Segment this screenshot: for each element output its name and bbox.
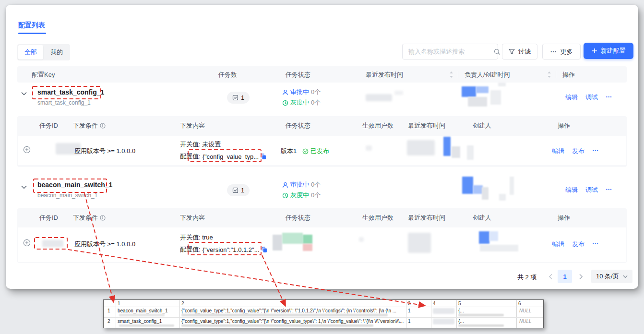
task-count-badge: 1 — [227, 92, 250, 104]
user-icon — [282, 89, 288, 95]
redacted-publish-time — [366, 94, 392, 101]
page-size-value: 10 条/页 — [596, 272, 619, 281]
sort-icon[interactable] — [449, 72, 453, 78]
db-cell-name: smart_task_config_1 — [118, 319, 178, 324]
publish-link[interactable]: 发布 — [572, 240, 584, 249]
filter-button[interactable]: 过滤 — [502, 44, 537, 60]
more-actions-link[interactable]: ⋯ — [592, 147, 599, 155]
check-circle-icon — [302, 148, 309, 155]
row-actions: 编辑 调试 ⋯ — [565, 93, 612, 102]
status-graying: 灰度中 0个 — [282, 191, 321, 200]
sort-icon[interactable] — [547, 72, 551, 78]
db-col-header: 1 — [118, 301, 120, 306]
prev-icon[interactable] — [549, 274, 553, 280]
avatar — [460, 82, 513, 107]
ellipsis-icon: ⋯ — [550, 48, 557, 55]
col-task-status: 任务状态 — [286, 71, 310, 79]
redacted-db-cell — [433, 319, 454, 324]
status-approving: 审批中 0个 — [282, 180, 321, 189]
search-icon[interactable] — [494, 48, 501, 55]
publish-link[interactable]: 发布 — [572, 147, 584, 155]
redacted-text — [394, 91, 403, 95]
page-number[interactable]: 1 — [558, 270, 572, 283]
status-graying-count: 0个 — [311, 98, 321, 107]
config-value-text: {"version":"1.0.1.2"... — [203, 246, 260, 253]
config-subkey: smart_task_config_1 — [37, 99, 91, 106]
subcol-publish-time: 最近发布时间 — [408, 214, 445, 222]
subcol-creator: 创建人 — [473, 214, 491, 222]
config-key[interactable]: smart_task_config_1 — [37, 88, 104, 96]
more-actions-link[interactable]: ⋯ — [592, 240, 599, 249]
edit-link[interactable]: 编辑 — [552, 240, 564, 249]
header-divider — [556, 71, 556, 78]
db-row-number: 1 — [107, 308, 110, 313]
version-text: 版本1 — [281, 147, 297, 155]
subcol-condition: 下发条件 — [73, 214, 106, 222]
db-col-header: 6 — [518, 301, 521, 306]
chevron-down-icon[interactable] — [21, 185, 27, 189]
next-icon[interactable] — [579, 274, 583, 280]
switch-value-text: 开关值: true — [180, 233, 213, 242]
db-cell-null: NULL — [519, 319, 532, 324]
circle-plus-icon[interactable] — [23, 239, 31, 247]
db-cell: 1 — [408, 308, 411, 313]
subcol-condition: 下发条件 — [73, 121, 106, 130]
condition-text: 应用版本号 >= 1.0.0.0 — [74, 240, 135, 249]
redacted-db-cell — [433, 308, 454, 314]
redacted-users — [359, 237, 364, 242]
status-approving-count: 0个 — [311, 88, 321, 96]
config-value-label: 配置值: — [180, 152, 201, 161]
sub-row-actions: 编辑 发布 ⋯ — [552, 147, 599, 155]
copy-icon[interactable] — [262, 247, 267, 253]
db-cell-null: NULL — [519, 308, 532, 313]
db-cell-json: {"config_value_type":1,"config_value":"{… — [181, 308, 405, 313]
status-graying-label: 灰度中 — [290, 98, 309, 107]
avatar — [477, 229, 523, 254]
edit-link[interactable]: 编辑 — [565, 93, 578, 102]
create-config-button[interactable]: 新建配置 — [584, 43, 633, 59]
subcol-content: 下发内容 — [180, 121, 205, 130]
main-table-header — [17, 66, 627, 83]
config-subkey: beacon_main_switch_1 — [37, 192, 97, 199]
status-graying-count: 0个 — [311, 191, 321, 200]
task-count: 1 — [241, 94, 244, 101]
avatar — [441, 136, 479, 161]
plus-icon — [592, 48, 597, 54]
db-col-header: 5 — [458, 301, 461, 306]
config-key[interactable]: beacon_main_switch_1 — [37, 181, 112, 189]
db-row-number: 2 — [107, 319, 110, 324]
edit-link[interactable]: 编辑 — [552, 147, 564, 155]
redacted-publish-time — [407, 140, 435, 155]
row-actions: 编辑 调试 ⋯ — [565, 186, 612, 194]
page-size-select[interactable]: 10 条/页 — [591, 270, 632, 283]
search-input[interactable] — [407, 48, 494, 56]
info-icon[interactable] — [100, 215, 106, 221]
circle-plus-icon[interactable] — [23, 146, 31, 154]
more-actions-link[interactable]: ⋯ — [606, 186, 612, 194]
published-label: 已发布 — [310, 147, 329, 155]
redacted-publish-time — [408, 233, 431, 253]
clipboard-check-icon — [232, 95, 239, 101]
task-count: 1 — [241, 187, 244, 194]
more-label: 更多 — [561, 48, 573, 56]
subcol-condition-label: 下发条件 — [73, 121, 98, 130]
db-cell-name: beacon_main_switch_1 — [118, 308, 178, 313]
segment-all[interactable]: 全部 — [18, 45, 43, 60]
config-value-label: 配置值: — [180, 245, 201, 254]
subcol-task-id: 任务ID — [39, 121, 58, 130]
debug-link[interactable]: 调试 — [585, 186, 598, 194]
copy-icon[interactable] — [261, 154, 266, 160]
segment-mine[interactable]: 我的 — [44, 45, 69, 60]
info-icon[interactable] — [100, 123, 106, 129]
col-actions: 操作 — [562, 71, 575, 79]
subcol-condition-label: 下发条件 — [73, 214, 98, 222]
more-button[interactable]: ⋯ 更多 — [542, 44, 581, 60]
col-owner: 负责人/创建时间 — [465, 71, 510, 79]
col-publish-time: 最近发布时间 — [366, 71, 403, 79]
subcol-actions: 操作 — [558, 121, 570, 130]
clock-icon — [282, 100, 288, 106]
more-actions-link[interactable]: ⋯ — [606, 93, 612, 102]
debug-link[interactable]: 调试 — [585, 93, 598, 102]
chevron-down-icon[interactable] — [21, 92, 27, 95]
edit-link[interactable]: 编辑 — [565, 186, 578, 194]
